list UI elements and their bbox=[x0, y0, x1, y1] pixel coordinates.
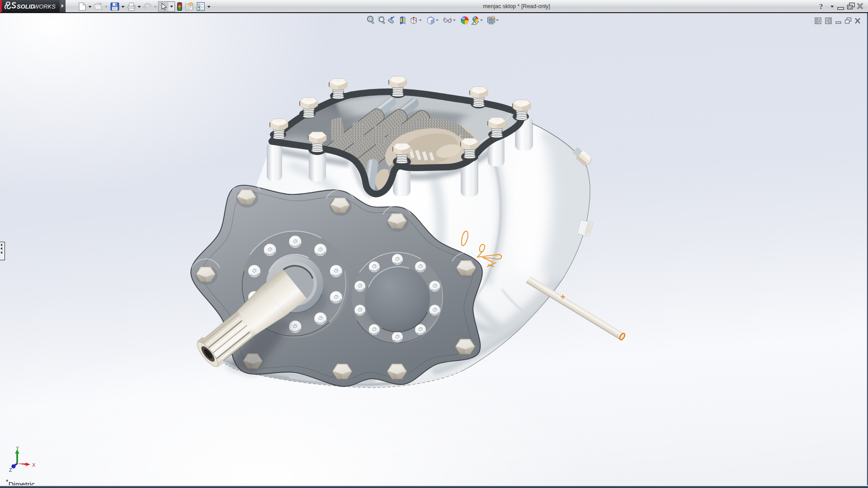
svg-text:Z: Z bbox=[9, 467, 12, 473]
svg-text:X: X bbox=[32, 462, 36, 468]
svg-text:?: ? bbox=[819, 2, 823, 11]
svg-text:WORKS: WORKS bbox=[33, 3, 56, 10]
svg-text:SOLID: SOLID bbox=[17, 3, 35, 10]
